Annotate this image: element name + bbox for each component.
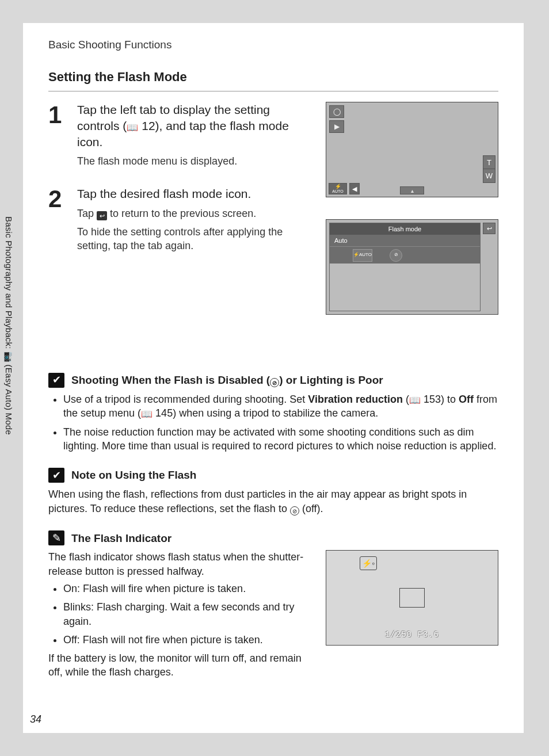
note-3-lead: The flash indicator shows flash status w…: [48, 550, 310, 578]
bold-text: Off: [459, 394, 474, 405]
step-2-detail-2: To hide the setting controls after apply…: [77, 225, 314, 253]
camera-mode-icon[interactable]: ◯: [329, 105, 344, 118]
text: Basic Photography and Playback:: [4, 216, 14, 352]
step-2-detail-1: Tap ↩ to return to the previous screen.: [77, 207, 314, 220]
text: (: [403, 394, 409, 405]
text: (off).: [299, 503, 323, 514]
camera-screen-controls: ◯ ▶ ⚡ AUTO ◀ ▴ T W: [326, 102, 498, 197]
page: Basic Shooting Functions Setting the Fla…: [23, 23, 524, 733]
section-title: Setting the Flash Mode: [48, 58, 498, 92]
note-3-heading: ✎ The Flash Indicator: [48, 530, 498, 545]
step-1-detail: The flash mode menu is displayed.: [77, 154, 314, 168]
text: Use of a tripod is recommended during sh…: [63, 394, 308, 405]
note-3-tail: If the battery is low, the monitor will …: [48, 651, 310, 679]
text: (Easy Auto) Mode: [4, 362, 14, 435]
list-item: On: Flash will fire when picture is take…: [63, 582, 310, 595]
chapter-header: Basic Shooting Functions: [23, 23, 524, 58]
book-icon: 📖: [127, 121, 138, 133]
text: When using the flash, reflections from d…: [48, 488, 467, 514]
note-2-title: Note on Using the Flash: [71, 468, 196, 483]
menu-title: Flash mode: [330, 223, 480, 235]
note-1-title: Shooting When the Flash is Disabled (⊘) …: [71, 373, 383, 388]
step-number: 1: [48, 102, 66, 173]
note-2-heading: ✔ Note on Using the Flash: [48, 468, 498, 483]
exposure-readout: 1/250 F3.6: [326, 629, 498, 640]
flash-auto-option[interactable]: ⚡AUTO: [353, 249, 372, 262]
flash-indicator-text: The flash indicator shows flash status w…: [48, 550, 310, 682]
book-icon: 📖: [141, 408, 152, 421]
pencil-icon: ✎: [48, 530, 64, 545]
text: Tap: [77, 208, 97, 219]
page-number: 34: [30, 712, 41, 726]
label: AUTO: [359, 252, 372, 258]
book-icon: 📖: [409, 394, 421, 407]
camera-icon: 📷: [3, 351, 14, 362]
side-chapter-label: Basic Photography and Playback: 📷 (Easy …: [4, 216, 14, 516]
back-button[interactable]: ↩: [483, 223, 495, 234]
notes-area: ✔ Shooting When the Flash is Disabled (⊘…: [48, 373, 498, 683]
selected-mode-label: Auto: [330, 235, 480, 246]
flash-off-option[interactable]: ⊘: [390, 249, 402, 262]
text: ) when using a tripod to stabilize the c…: [173, 407, 378, 419]
note-1-bullets: Use of a tripod is recommended during sh…: [48, 392, 498, 453]
step-number: 2: [48, 186, 66, 258]
zoom-tele-button[interactable]: T: [483, 155, 495, 169]
page-ref: 12: [142, 119, 155, 132]
step-1-lead: Tap the left tab to display the setting …: [77, 102, 314, 150]
zoom-controls: T W: [483, 155, 495, 183]
mode-options-row: ⚡AUTO ⊘: [330, 246, 480, 264]
camera-screen-flash-menu: Flash mode Auto ⚡AUTO ⊘ ↩: [326, 219, 498, 315]
text: ) to: [441, 394, 459, 405]
note-2-para: When using the flash, reflections from d…: [48, 487, 498, 516]
text: to return to the previous screen.: [107, 208, 256, 219]
flash-ready-icon: ⚡◦: [360, 556, 377, 570]
zoom-wide-button[interactable]: W: [483, 169, 495, 183]
note-1-heading: ✔ Shooting When the Flash is Disabled (⊘…: [48, 373, 498, 388]
flash-indicator-block: The flash indicator shows flash status w…: [48, 550, 498, 682]
steps-area: 1 Tap the left tab to display the settin…: [23, 102, 524, 257]
list-item: Off: Flash will not fire when picture is…: [63, 633, 310, 647]
auto-label: AUTO: [332, 189, 343, 193]
text: Shooting When the Flash is Disabled (: [71, 374, 270, 386]
camera-screen-indicator: ⚡◦ 1/250 F3.6: [326, 550, 498, 646]
page-ref: 145: [155, 407, 173, 419]
left-tab-column: ◯ ▶: [329, 105, 344, 133]
flash-mode-icon[interactable]: ⚡ AUTO: [329, 183, 347, 194]
check-icon: ✔: [48, 468, 64, 483]
list-item: Blinks: Flash charging. Wait a few secon…: [63, 600, 310, 628]
collapse-arrow-icon[interactable]: ◀: [349, 183, 360, 194]
return-icon: ↩: [97, 211, 107, 220]
page-ref: 153: [424, 394, 441, 405]
step-2-lead: Tap the desired flash mode icon.: [77, 186, 314, 202]
list-item: The noise reduction function may be acti…: [63, 425, 498, 453]
focus-frame-icon: [399, 588, 425, 608]
flash-off-icon: ⊘: [270, 378, 279, 387]
text: ) or Lighting is Poor: [279, 374, 383, 386]
note-3-title: The Flash Indicator: [71, 531, 171, 546]
check-icon: ✔: [48, 373, 64, 388]
list-item: Use of a tripod is recommended during sh…: [63, 392, 498, 421]
playback-icon[interactable]: ▶: [329, 120, 344, 133]
tray-handle-icon[interactable]: ▴: [400, 186, 424, 194]
note-3-bullets: On: Flash will fire when picture is take…: [48, 582, 310, 647]
flash-off-icon: ⊘: [290, 506, 299, 516]
bold-text: Vibration reduction: [308, 394, 403, 405]
